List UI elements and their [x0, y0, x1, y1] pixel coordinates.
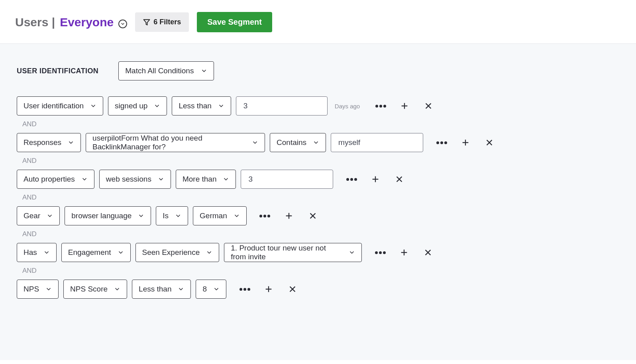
segment-name: Everyone: [60, 16, 114, 29]
filters-button[interactable]: 6 Filters: [135, 12, 189, 32]
chevron-down-icon: [118, 249, 124, 256]
add-condition-button[interactable]: [368, 172, 383, 186]
value-select[interactable]: German: [193, 206, 247, 225]
dot-icon: [354, 178, 357, 181]
close-icon: [485, 138, 494, 147]
dot-icon: [267, 215, 270, 217]
condition-row: Responses userpilotForm What do you need…: [17, 133, 619, 152]
unit-label: Days ago: [332, 103, 362, 110]
condition-row: User identification signed up Less than …: [17, 96, 619, 115]
chevron-down-icon: [223, 176, 229, 182]
add-condition-button[interactable]: [282, 209, 296, 223]
close-icon: [288, 285, 297, 294]
value-input[interactable]: [247, 174, 326, 184]
value-input[interactable]: [338, 138, 416, 147]
operator-select[interactable]: More than: [176, 170, 236, 189]
value-input-wrapper: [241, 170, 333, 189]
dot-icon: [375, 105, 378, 108]
dot-icon: [263, 215, 266, 217]
condition-row: NPS NPS Score Less than 8: [17, 280, 619, 299]
filter-count-label: 6 Filters: [153, 18, 181, 26]
operator-select[interactable]: Contains: [270, 133, 326, 152]
page-header: Users | Everyone 6 Filters Save Segment: [0, 0, 636, 44]
operator-select[interactable]: Less than: [132, 280, 191, 299]
chevron-down-icon: [90, 103, 96, 109]
attribute-category-select[interactable]: Auto properties: [17, 170, 94, 189]
and-separator: AND: [22, 194, 619, 202]
dot-icon: [243, 288, 246, 291]
operator-select[interactable]: Seen Experience: [135, 243, 220, 262]
chevron-down-icon: [206, 249, 212, 256]
dot-icon: [239, 288, 242, 291]
segment-dropdown-toggle[interactable]: [118, 20, 127, 28]
dot-icon: [379, 105, 382, 108]
plus-icon: [264, 285, 273, 294]
more-button[interactable]: [344, 172, 359, 186]
conditions-list: User identification signed up Less than …: [17, 96, 619, 299]
attribute-select[interactable]: browser language: [65, 206, 151, 225]
remove-condition-button[interactable]: [482, 135, 497, 150]
save-segment-button[interactable]: Save Segment: [197, 12, 272, 32]
chevron-down-icon: [81, 176, 88, 182]
attribute-select[interactable]: web sessions: [99, 170, 171, 189]
chevron-down-icon: [158, 176, 164, 182]
chevron-down-icon: [120, 22, 125, 26]
value-select[interactable]: 1. Product tour new user not from invite: [224, 243, 362, 262]
close-icon: [424, 102, 433, 110]
add-condition-button[interactable]: [397, 99, 412, 113]
dot-icon: [383, 251, 386, 254]
more-button[interactable]: [258, 209, 272, 223]
condition-row: Auto properties web sessions More than: [17, 170, 619, 189]
attribute-select[interactable]: Engagement: [61, 243, 131, 262]
chevron-down-icon: [47, 213, 53, 219]
row-actions: [258, 209, 320, 223]
section-header: USER IDENTIFICATION Match All Conditions: [17, 61, 619, 80]
attribute-category-select[interactable]: User identification: [17, 96, 103, 115]
chevron-down-icon: [313, 139, 319, 146]
add-condition-button[interactable]: [458, 135, 473, 150]
chevron-down-icon: [349, 249, 355, 256]
attribute-category-select[interactable]: Gear: [17, 206, 60, 225]
chevron-down-icon: [175, 213, 181, 219]
close-icon: [395, 175, 404, 184]
chevron-down-icon: [43, 249, 50, 256]
add-condition-button[interactable]: [261, 282, 276, 296]
remove-condition-button[interactable]: [285, 282, 300, 296]
dot-icon: [444, 141, 447, 144]
remove-condition-button[interactable]: [421, 245, 435, 260]
chevron-down-icon: [154, 103, 160, 109]
attribute-category-select[interactable]: Responses: [17, 133, 81, 152]
operator-select[interactable]: Less than: [172, 96, 231, 115]
and-separator: AND: [22, 267, 619, 275]
chevron-down-icon: [114, 286, 120, 292]
more-button[interactable]: [373, 245, 387, 260]
close-icon: [308, 211, 317, 220]
plus-icon: [400, 102, 409, 110]
remove-condition-button[interactable]: [421, 99, 436, 113]
attribute-select[interactable]: userpilotForm What do you need BacklinkM…: [86, 133, 265, 152]
row-actions: [344, 172, 406, 186]
remove-condition-button[interactable]: [392, 172, 406, 186]
operator-select[interactable]: Is: [156, 206, 188, 225]
dot-icon: [346, 178, 349, 181]
row-actions: [434, 135, 497, 150]
and-separator: AND: [22, 157, 619, 165]
and-separator: AND: [22, 230, 619, 238]
dot-icon: [383, 105, 386, 108]
add-condition-button[interactable]: [397, 245, 411, 260]
value-select[interactable]: 8: [196, 280, 226, 299]
chevron-down-icon: [234, 213, 240, 219]
close-icon: [424, 248, 432, 257]
remove-condition-button[interactable]: [306, 209, 320, 223]
attribute-category-select[interactable]: NPS: [17, 280, 59, 299]
more-button[interactable]: [238, 282, 252, 296]
more-button[interactable]: [434, 135, 449, 150]
value-input-wrapper: [331, 133, 423, 152]
attribute-select[interactable]: signed up: [108, 96, 167, 115]
dot-icon: [259, 215, 262, 217]
attribute-category-select[interactable]: Has: [17, 243, 57, 262]
more-button[interactable]: [373, 99, 388, 113]
attribute-select[interactable]: NPS Score: [63, 280, 127, 299]
value-input[interactable]: [243, 101, 321, 111]
match-mode-select[interactable]: Match All Conditions: [118, 61, 214, 80]
